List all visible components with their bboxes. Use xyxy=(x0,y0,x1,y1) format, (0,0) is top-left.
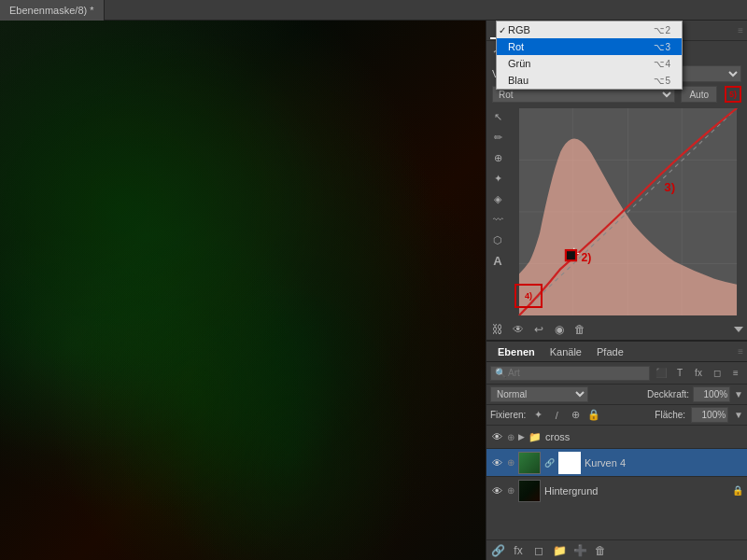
fx-layer-icon[interactable]: fx xyxy=(511,543,526,558)
pencil-tool-icon[interactable]: ✏ xyxy=(489,129,506,146)
tab-bar: Ebenenmaske/8) * xyxy=(0,0,747,21)
dropdown-label-rgb: RGB xyxy=(508,24,530,35)
flaeche-input[interactable] xyxy=(691,407,728,423)
curves-graph[interactable]: 3) 2) 4) xyxy=(513,108,743,315)
annotation-4-label: 4) xyxy=(525,291,532,301)
group-layer-icon[interactable]: 📁 xyxy=(552,543,567,558)
layer-text-icon[interactable]: T xyxy=(672,366,687,381)
fix-icon-move[interactable]: ⊕ xyxy=(569,409,582,422)
layer-chain-icon: 🔗 xyxy=(544,458,555,468)
wave-icon[interactable]: 〰 xyxy=(489,211,506,228)
svg-text:3): 3) xyxy=(664,180,675,194)
layers-toolbar: 🔍 ⬛ T fx ◻ ≡ xyxy=(486,362,747,385)
flaeche-dropdown-icon[interactable]: ▼ xyxy=(734,410,743,420)
layer2-thumb xyxy=(518,480,541,502)
layer2-link-icon[interactable]: ⊕ xyxy=(507,485,514,496)
svg-rect-11 xyxy=(566,250,576,260)
tab-kanaele[interactable]: Kanäle xyxy=(543,344,589,359)
opacity-dropdown-icon[interactable]: ▼ xyxy=(734,389,743,399)
trash-curves-icon[interactable]: 🗑 xyxy=(572,322,587,337)
group-visibility-icon[interactable]: 👁 xyxy=(490,430,503,443)
document-tab[interactable]: Ebenenmaske/8) * xyxy=(0,0,105,21)
eye-curves-icon[interactable]: 👁 xyxy=(511,322,526,337)
auto-button[interactable]: Auto xyxy=(681,86,717,103)
visibility-icon[interactable]: ◉ xyxy=(552,322,567,337)
fix-icon-lock[interactable]: 🔒 xyxy=(587,409,600,422)
dropdown-shortcut-rgb: ⌥2 xyxy=(654,25,670,35)
triangle-indicator xyxy=(734,327,743,332)
list-item[interactable]: 👁 ⊕ ▶ 📁 cross xyxy=(486,426,747,448)
dropdown-item-rot[interactable]: Rot ⌥3 xyxy=(497,38,682,55)
annotation-4-box: 4) xyxy=(514,284,543,308)
properties-panel: Eigenschaften Info ≡ RGB ⌥2 Rot ⌥3 Grün … xyxy=(486,21,747,341)
blend-mode-select[interactable]: Normal xyxy=(490,386,588,402)
flaeche-label: Fläche: xyxy=(655,410,685,420)
curves-tools: ↖ ✏ ⊕ ✦ ◈ 〰 ⬡ A xyxy=(486,105,509,319)
main-area: Eigenschaften Info ≡ RGB ⌥2 Rot ⌥3 Grün … xyxy=(0,21,747,560)
blend-row: Normal Deckkraft: ▼ xyxy=(486,385,747,405)
tab-ebenen[interactable]: Ebenen xyxy=(490,344,543,359)
pointer-tool-icon[interactable]: ↖ xyxy=(489,108,506,125)
layer-thumb xyxy=(518,452,541,474)
layer-name-hintergrund: Hintergrund xyxy=(544,485,728,497)
svg-text:2): 2) xyxy=(582,251,592,264)
dropdown-shortcut-blau: ⌥5 xyxy=(654,76,670,86)
list-item[interactable]: 👁 ⊕ Hintergrund 🔒 xyxy=(486,476,747,504)
group-expand-arrow[interactable]: ▶ xyxy=(518,432,525,441)
layer-link-icon[interactable]: ⊕ xyxy=(507,457,514,468)
dropdown-item-blau[interactable]: Blau ⌥5 xyxy=(497,72,682,89)
channel-dropdown[interactable]: RGB ⌥2 Rot ⌥3 Grün ⌥4 Blau ⌥5 xyxy=(496,21,683,90)
layer-mask-thumb xyxy=(558,452,581,474)
opacity-label: Deckkraft: xyxy=(647,389,689,399)
fix-row: Fixieren: ✦ / ⊕ 🔒 Fläche: ▼ xyxy=(486,405,747,426)
link-layer-icon[interactable]: 🔗 xyxy=(490,543,505,558)
layer-name-kurven4: Kurven 4 xyxy=(585,457,743,469)
search-icon: 🔍 xyxy=(495,368,506,378)
layer-visibility-icon[interactable]: 👁 xyxy=(490,456,503,469)
group-link-icon: ⊕ xyxy=(507,432,514,442)
dropdown-label-rot: Rot xyxy=(508,41,524,52)
canvas-image xyxy=(0,21,486,560)
layers-search-box[interactable]: 🔍 xyxy=(490,366,650,381)
dropdown-item-rgb[interactable]: RGB ⌥2 xyxy=(497,21,682,38)
dropdown-item-gruen[interactable]: Grün ⌥4 xyxy=(497,55,682,72)
dropdown-shortcut-gruen: ⌥4 xyxy=(654,59,670,69)
layer-lock-icon: 🔒 xyxy=(732,485,743,496)
layers-tabs: Ebenen Kanäle Pfade ≡ xyxy=(486,342,747,362)
annotation-5-label: 5) xyxy=(729,90,737,99)
tab-pfade[interactable]: Pfade xyxy=(589,344,631,359)
layers-search-input[interactable] xyxy=(508,368,645,378)
list-item[interactable]: 👁 ⊕ 🔗 Kurven 4 xyxy=(486,448,747,476)
text-tool-icon[interactable]: A xyxy=(489,252,506,269)
dropdown-label-blau: Blau xyxy=(508,75,529,86)
history-icon[interactable]: ↩ xyxy=(531,322,546,337)
panel-grip: ≡ xyxy=(738,25,743,35)
dropdown-label-gruen: Grün xyxy=(508,58,530,69)
annotation-5-box: 5) xyxy=(725,86,741,103)
layer2-visibility-icon[interactable]: 👁 xyxy=(490,484,503,497)
delete-layer-icon[interactable]: 🗑 xyxy=(593,543,608,558)
eyedrop3-icon[interactable]: ◈ xyxy=(489,190,506,207)
layer-filter-icon[interactable]: ≡ xyxy=(728,366,743,381)
eyedrop-icon[interactable]: ⊕ xyxy=(489,149,506,166)
curves-bottom-icons: ⛓ 👁 ↩ ◉ 🗑 xyxy=(490,322,587,337)
fix-icon-draw[interactable]: / xyxy=(550,409,563,422)
sample-icon[interactable]: ⬡ xyxy=(489,231,506,248)
curves-area: ↖ ✏ ⊕ ✦ ◈ 〰 ⬡ A xyxy=(486,105,747,319)
chain-icon[interactable]: ⛓ xyxy=(490,322,505,337)
layer-smart-icon[interactable]: ◻ xyxy=(710,366,725,381)
opacity-input[interactable] xyxy=(693,386,730,402)
character-overlay xyxy=(0,21,486,560)
add-layer-icon[interactable]: ➕ xyxy=(572,543,587,558)
mask-layer-icon[interactable]: ◻ xyxy=(531,543,546,558)
group-name: cross xyxy=(545,431,743,442)
canvas-area xyxy=(0,21,486,560)
fixieren-label: Fixieren: xyxy=(490,410,526,420)
curves-svg: 3) 2) xyxy=(513,108,743,315)
fix-icon-all[interactable]: ✦ xyxy=(531,409,544,422)
right-panel: Eigenschaften Info ≡ RGB ⌥2 Rot ⌥3 Grün … xyxy=(486,21,747,560)
layer-type-icon[interactable]: ⬛ xyxy=(654,366,669,381)
layer-bottom-toolbar: 🔗 fx ◻ 📁 ➕ 🗑 xyxy=(486,539,747,560)
eyedrop2-icon[interactable]: ✦ xyxy=(489,170,506,187)
layer-fx-icon[interactable]: fx xyxy=(691,366,706,381)
